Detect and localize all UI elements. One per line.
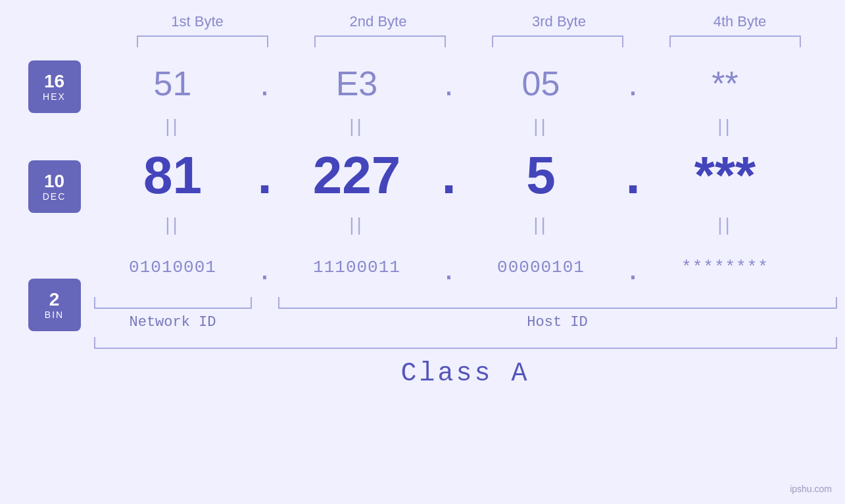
sep-2-3: || <box>462 214 620 235</box>
dot-bin-3: . <box>620 248 646 287</box>
byte-label-3: 3rd Byte <box>480 13 638 30</box>
bin-byte-2: 11100011 <box>278 258 436 277</box>
byte-label-4: 4th Byte <box>661 13 819 30</box>
dot-dec-2: . <box>436 145 462 206</box>
bracket-top-1 <box>137 35 268 47</box>
bracket-network <box>94 297 252 309</box>
dec-byte-1: 81 <box>94 145 252 206</box>
bin-byte-4: ******** <box>646 258 804 277</box>
dot-bin-1: . <box>252 248 278 287</box>
dot-hex-3: . <box>620 64 646 103</box>
dec-byte-4: *** <box>646 145 804 206</box>
dot-dec-1: . <box>252 145 278 206</box>
bracket-host <box>278 297 837 309</box>
sep-1-3: || <box>462 116 620 137</box>
class-label: Class A <box>400 359 529 388</box>
dec-byte-3: 5 <box>462 145 620 206</box>
bracket-long <box>94 337 837 349</box>
watermark: ipshu.com <box>790 484 832 494</box>
dec-byte-2: 227 <box>278 145 436 206</box>
bracket-top-4 <box>669 35 801 47</box>
bin-badge: 2 BIN <box>28 279 81 331</box>
dot-hex-1: . <box>252 64 278 103</box>
sep-2-4: || <box>646 214 804 235</box>
bin-byte-3: 00000101 <box>462 258 620 277</box>
dec-row: 81 . 227 . 5 . *** <box>94 143 837 208</box>
sep-1-1: || <box>94 116 252 137</box>
bracket-top-2 <box>314 35 446 47</box>
hex-byte-3: 05 <box>462 64 620 103</box>
dot-bin-2: . <box>436 248 462 287</box>
dec-badge: 10 DEC <box>28 160 81 213</box>
hex-byte-2: E3 <box>278 64 436 103</box>
bin-row: 01010001 . 11100011 . 00000101 . *******… <box>94 241 837 294</box>
badges-column: 16 HEX 10 DEC 2 BIN <box>28 60 81 338</box>
sep-2-1: || <box>94 214 252 235</box>
dot-dec-3: . <box>620 145 646 206</box>
bin-byte-1: 01010001 <box>94 258 252 277</box>
bracket-top-3 <box>492 35 623 47</box>
sep-1-4: || <box>646 116 804 137</box>
network-id-label: Network ID <box>94 314 252 331</box>
hex-row: 51 . E3 . 05 . ** <box>94 57 837 110</box>
class-row: Class A <box>94 359 837 388</box>
main-container: 1st Byte 2nd Byte 3rd Byte 4th Byte 16 H… <box>0 0 845 504</box>
values-section: 51 . E3 . 05 . ** || || || || 81 <box>94 57 837 388</box>
sep-row-2: || || || || <box>94 208 837 241</box>
id-labels-row: Network ID Host ID <box>94 314 837 331</box>
sep-row-1: || || || || <box>94 110 837 143</box>
host-id-label: Host ID <box>278 314 837 331</box>
dot-hex-2: . <box>436 64 462 103</box>
sep-2-2: || <box>278 214 436 235</box>
hex-badge: 16 HEX <box>28 60 81 113</box>
hex-byte-4: ** <box>646 64 804 103</box>
sep-1-2: || <box>278 116 436 137</box>
hex-byte-1: 51 <box>94 64 252 103</box>
byte-label-2: 2nd Byte <box>299 13 457 30</box>
bottom-brackets <box>94 297 837 309</box>
byte-label-1: 1st Byte <box>118 13 276 30</box>
